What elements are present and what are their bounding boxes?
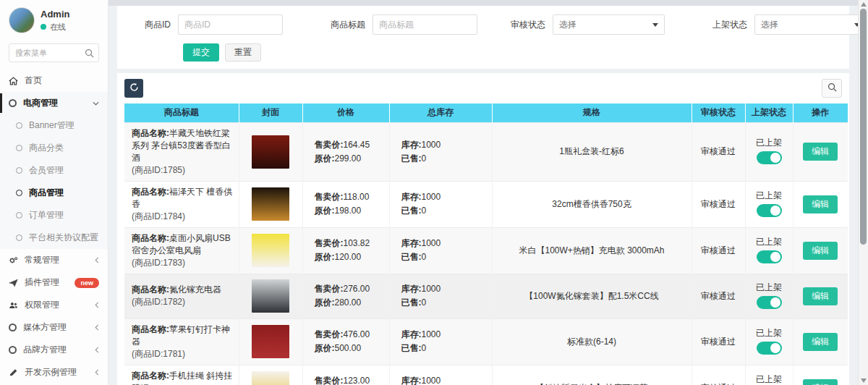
table-row: 商品名称:半藏天地铁红粱系列 茅台镇53度酱香型白酒 (商品ID:1785) 售… (124, 122, 848, 181)
action-cell: 编辑 (793, 227, 848, 274)
user-block: Admin 在线 (0, 0, 108, 39)
product-cover-cell (239, 365, 302, 385)
pencil-icon (9, 368, 18, 377)
col-spec: 规格 (492, 103, 692, 122)
products-table: 商品标题 封面 价格 总库存 规格 审核状态 上架状态 操作 商品名称:半藏天地… (124, 103, 848, 385)
circle-icon (16, 145, 22, 151)
top-strip (109, 0, 858, 6)
edit-button[interactable]: 编辑 (803, 195, 838, 213)
sidebar-item-permissions[interactable]: 权限管理 (0, 294, 108, 316)
chevron-left-icon (95, 347, 99, 353)
sidebar-item-brand-side[interactable]: 品牌方管理 (0, 339, 108, 361)
shelf-status-cell: 已上架 (745, 274, 793, 318)
caret-down-icon (652, 23, 658, 27)
table-row: 商品名称:氮化镓充电器 (商品ID:1782) 售卖价:276.00 原价:28… (124, 274, 848, 318)
stock-cell: 库存:1000 已售:0 (389, 318, 492, 365)
sidebar-item-banner[interactable]: Banner管理 (0, 114, 108, 137)
shelf-status-cell: 已上架 (745, 181, 793, 227)
circle-icon (16, 234, 22, 241)
product-cover (252, 187, 289, 221)
product-id-input[interactable] (178, 14, 283, 35)
edit-button[interactable]: 编辑 (803, 379, 838, 385)
sidebar-item-general[interactable]: 常规管理 (0, 249, 108, 271)
sidebar-item-orders[interactable]: 订单管理 (0, 204, 108, 227)
audit-status-cell: 审核通过 (692, 274, 745, 318)
spec-cell: 【斜挎版星光金】长度可调节 (492, 365, 692, 385)
product-cover-cell (239, 122, 302, 181)
shelf-toggle[interactable] (757, 204, 782, 217)
submit-button[interactable]: 提交 (183, 43, 219, 62)
shelf-status-cell: 已上架 (745, 227, 793, 274)
circle-icon (16, 190, 22, 196)
sidebar-item-products[interactable]: 商品管理 (0, 182, 108, 204)
product-title-input[interactable] (373, 14, 477, 35)
audit-status-cell: 审核通过 (692, 365, 745, 385)
scrollbar[interactable] (858, 0, 868, 385)
product-title-cell: 商品名称:福泽天下 檀香供香 (商品ID:1784) (124, 181, 239, 227)
product-title-label: 商品标题 (331, 19, 365, 31)
table-search-button[interactable] (822, 79, 842, 98)
shelf-status-cell: 已上架 (745, 365, 793, 385)
shelf-toggle[interactable] (757, 151, 782, 164)
shelf-status-select[interactable]: 选择 (754, 14, 867, 35)
sidebar-nav: 首页 电商管理 Banner管理 商品分类 (0, 69, 108, 385)
col-cover: 封面 (239, 103, 302, 122)
shelf-toggle[interactable] (757, 296, 782, 309)
product-cover (252, 135, 289, 169)
col-stock: 总库存 (389, 103, 492, 122)
sidebar-item-plugins[interactable]: 插件管理 new (0, 271, 108, 294)
sidebar-item-categories[interactable]: 商品分类 (0, 137, 108, 159)
paper-plane-icon (9, 279, 18, 287)
shelf-toggle[interactable] (757, 250, 782, 263)
audit-status-select[interactable]: 选择 (553, 14, 665, 35)
sidebar-item-home[interactable]: 首页 (0, 69, 108, 92)
edit-button[interactable]: 编辑 (803, 333, 838, 351)
col-shelf-status: 上架状态 (745, 103, 793, 122)
user-avatar[interactable] (9, 7, 35, 33)
table-row: 商品名称:桌面小风扇USB宿舍办公室电风扇 (商品ID:1783) 售卖价:10… (124, 227, 848, 274)
chevron-left-icon (95, 257, 99, 263)
audit-status-cell: 审核通过 (692, 122, 745, 181)
spec-cell: 【100W氮化镓套装】配1.5米CC线 (492, 274, 692, 318)
user-name: Admin (41, 9, 69, 20)
sidebar-item-members[interactable]: 会员管理 (0, 159, 108, 182)
edit-button[interactable]: 编辑 (803, 287, 838, 305)
action-cell: 编辑 (793, 181, 848, 227)
edit-button[interactable]: 编辑 (803, 242, 838, 260)
sidebar-item-dev-examples[interactable]: 开发示例管理 (0, 361, 108, 384)
audit-status-cell: 审核通过 (692, 318, 745, 365)
shelf-toggle[interactable] (757, 342, 782, 355)
scrollbar-down-arrow[interactable] (861, 378, 867, 383)
scrollbar-thumb[interactable] (860, 9, 867, 245)
product-title-cell: 商品名称:氮化镓充电器 (商品ID:1782) (124, 274, 239, 318)
refresh-button[interactable] (124, 79, 143, 98)
table-header-row: 商品标题 封面 价格 总库存 规格 审核状态 上架状态 操作 (124, 103, 848, 122)
sidebar-item-media-side[interactable]: 媒体方管理 (0, 316, 108, 339)
scrollbar-up-arrow[interactable] (861, 2, 867, 7)
gears-icon (9, 256, 18, 265)
table-body: 商品名称:半藏天地铁红粱系列 茅台镇53度酱香型白酒 (商品ID:1785) 售… (124, 122, 848, 385)
price-cell: 售卖价:276.00 原价:280.00 (302, 274, 389, 318)
sidebar-item-ecommerce[interactable]: 电商管理 (0, 92, 108, 114)
search-icon (827, 82, 837, 94)
circle-icon (9, 323, 17, 331)
circle-icon (9, 99, 17, 107)
table-row: 商品名称:福泽天下 檀香供香 (商品ID:1784) 售卖价:118.00 原价… (124, 181, 848, 227)
sidebar-item-platform-agreements[interactable]: 平台相关协议配置 (0, 227, 108, 249)
shelf-status-label: 已上架 (746, 137, 793, 149)
product-id-label: 商品ID (145, 19, 171, 31)
col-audit-status: 审核状态 (692, 103, 745, 122)
shelf-status-label: 已上架 (746, 190, 793, 202)
product-cover-cell (239, 227, 302, 274)
action-cell: 编辑 (793, 122, 848, 181)
circle-icon (16, 212, 22, 219)
search-icon (85, 48, 94, 61)
price-cell: 售卖价:103.82 原价:120.00 (302, 227, 389, 274)
stock-cell: 库存:1000 已售:0 (389, 365, 492, 385)
col-product-title: 商品标题 (124, 103, 239, 122)
reset-button[interactable]: 重置 (225, 43, 261, 62)
edit-button[interactable]: 编辑 (803, 143, 838, 161)
stock-cell: 库存:1000 已售:0 (389, 274, 492, 318)
product-cover-cell (239, 318, 302, 365)
sidebar: Admin 在线 首页 电 (0, 0, 109, 385)
